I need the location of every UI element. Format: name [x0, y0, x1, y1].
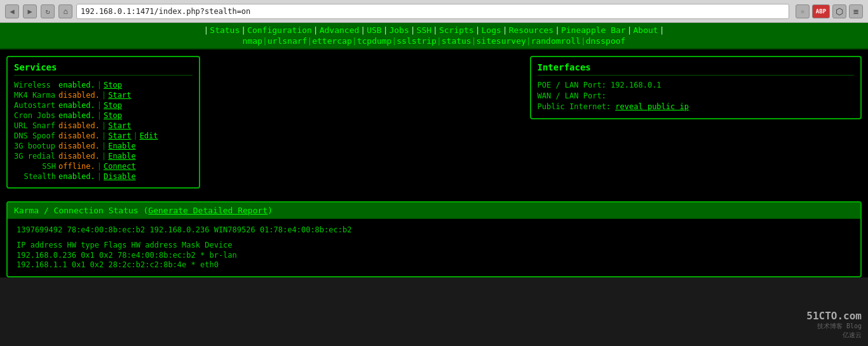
service-autostart-status: enabled. — [58, 101, 95, 110]
reveal-public-ip-link[interactable]: reveal public ip — [615, 102, 689, 111]
nav-ssh[interactable]: SSH — [417, 25, 431, 35]
nav-row-1: | Status | Configuration | Advanced | US… — [0, 25, 868, 35]
list-item: Autostart enabled. | Stop — [14, 101, 193, 110]
nav-resources[interactable]: Resources — [509, 25, 553, 35]
watermark: 51CTO.com 技术博客 Blog 亿速云 — [806, 310, 862, 340]
nav-sep-7: | — [475, 25, 480, 35]
wan-label: WAN / LAN Port: — [538, 91, 606, 100]
service-wireless-status: enabled. — [58, 81, 95, 90]
nav-urlsnarf[interactable]: urlsnarf — [268, 36, 308, 46]
page-content: | Status | Configuration | Advanced | US… — [0, 23, 868, 277]
dnsspoof-start-link[interactable]: Start — [108, 131, 131, 140]
service-ssh-status: offline. — [58, 162, 95, 171]
nav-sep-2: | — [313, 25, 318, 35]
list-item: SSH offline. | Connect — [14, 162, 193, 171]
spacer — [207, 56, 524, 189]
nav-jobs[interactable]: Jobs — [389, 25, 409, 35]
forward-button[interactable]: ▶ — [23, 4, 37, 18]
autostart-stop-link[interactable]: Stop — [104, 101, 122, 110]
abp-button[interactable]: ABP — [812, 4, 830, 18]
url-text: 192.168.0.1:1471/index.php?stealth=on — [81, 7, 250, 16]
interfaces-panel: Interfaces POE / LAN Port: 192.168.0.1 W… — [530, 56, 862, 119]
nav-sep-1: | — [241, 25, 246, 35]
service-wireless-name: Wireless — [14, 81, 58, 90]
browser-actions: ☆ ABP ⬡ ≡ — [796, 4, 863, 18]
karma-start-link[interactable]: Start — [108, 91, 131, 100]
nav-scripts[interactable]: Scripts — [439, 25, 474, 35]
generate-report-link[interactable]: Generate Detailed Report — [148, 206, 268, 215]
back-button[interactable]: ◀ — [5, 4, 19, 18]
nav-sep-8: | — [503, 25, 508, 35]
service-cronjobs-status: enabled. — [58, 111, 95, 120]
sep: | — [102, 142, 106, 150]
service-autostart-name: Autostart — [14, 101, 58, 110]
dnsspoof-edit-link[interactable]: Edit — [140, 131, 158, 140]
main-content: Services Wireless enabled. | Stop MK4 Ka… — [0, 50, 868, 195]
nav-nmap[interactable]: nmap — [243, 36, 262, 46]
sep: | — [97, 162, 102, 171]
nav-sep-r2-1: | — [262, 36, 268, 46]
ext-button[interactable]: ⬡ — [832, 4, 846, 18]
service-karma-status: disabled. — [58, 91, 100, 100]
url-bar[interactable]: 192.168.0.1:1471/index.php?stealth=on — [76, 4, 789, 19]
sep: | — [102, 152, 106, 161]
karma-box: Karma / Connection Status (Generate Deta… — [6, 201, 862, 277]
nav-advanced[interactable]: Advanced — [320, 25, 360, 35]
stealth-disable-link[interactable]: Disable — [104, 172, 136, 181]
home-button[interactable]: ⌂ — [58, 4, 72, 18]
list-item: 3G bootup disabled. | Enable — [14, 142, 193, 150]
nav-sep-3: | — [360, 25, 365, 35]
star-button[interactable]: ☆ — [796, 4, 810, 18]
cronjobs-stop-link[interactable]: Stop — [104, 111, 122, 120]
poe-lan-row: POE / LAN Port: 192.168.0.1 — [538, 81, 855, 90]
watermark-site: 51CTO.com — [806, 310, 862, 322]
sep: | — [102, 91, 106, 100]
nav-randomroll[interactable]: randomroll — [531, 36, 581, 46]
nav-status2[interactable]: status — [442, 36, 471, 46]
sep: | — [102, 121, 106, 130]
list-item: MK4 Karma disabled. | Start — [14, 91, 193, 100]
nav-pineapple-bar[interactable]: Pineapple Bar — [561, 25, 626, 35]
nav-ettercap[interactable]: ettercap — [312, 36, 352, 46]
reload-button[interactable]: ↻ — [41, 4, 55, 18]
nav-sep-10: | — [627, 25, 632, 35]
nav-sep-r2-8: | — [581, 36, 586, 46]
service-3gbootup-status: disabled. — [58, 142, 100, 150]
karma-title-text: Karma / Connection Status — [14, 206, 139, 215]
3gbootup-enable-link[interactable]: Enable — [108, 142, 135, 150]
nav-status[interactable]: Status — [210, 25, 240, 35]
nav-sep-r2-6: | — [471, 36, 477, 46]
karma-entry-line: 1397699492 78:e4:00:8b:ec:b2 192.168.0.2… — [17, 225, 851, 234]
nav-sep-5: | — [410, 25, 416, 35]
list-item: Wireless enabled. | Stop — [14, 81, 193, 90]
interfaces-title: Interfaces — [538, 62, 855, 76]
nav-sitesurvey[interactable]: sitesurvey — [477, 36, 526, 46]
service-dnsspoof-name: DNS Spoof — [14, 131, 58, 140]
sep: | — [97, 172, 102, 181]
list-item: 3G redial disabled. | Enable — [14, 152, 193, 161]
urlsnarf-start-link[interactable]: Start — [108, 121, 131, 130]
nav-sep-r2-2: | — [307, 36, 312, 46]
3gredial-enable-link[interactable]: Enable — [108, 152, 135, 161]
service-3gredial-status: disabled. — [58, 152, 100, 161]
nav-sep-r2-7: | — [526, 36, 531, 46]
service-urlsnarf-status: disabled. — [58, 121, 100, 130]
public-internet-row: Public Internet: reveal public ip — [538, 102, 855, 111]
ssh-connect-link[interactable]: Connect — [104, 162, 136, 171]
list-item: Stealth enabled. | Disable — [14, 172, 193, 181]
nav-dnsspoof[interactable]: dnsspoof — [586, 36, 626, 46]
nav-usb[interactable]: USB — [367, 25, 381, 35]
service-dnsspoof-status: disabled. — [58, 131, 100, 140]
nav-logs[interactable]: Logs — [482, 25, 501, 35]
nav-configuration[interactable]: Configuration — [247, 25, 312, 35]
nav-tcpdump[interactable]: tcpdump — [357, 36, 392, 46]
nav-sep-6: | — [433, 25, 438, 35]
nav-sep-r2-3: | — [352, 36, 357, 46]
karma-table-row: 192.168.0.236 0x1 0x2 78:e4:00:8b:ec:b2 … — [17, 251, 851, 260]
poe-label: POE / LAN Port: — [538, 81, 606, 90]
nav-sslstrip[interactable]: sslstrip — [397, 36, 437, 46]
sep: | — [97, 101, 102, 110]
menu-button[interactable]: ≡ — [849, 4, 863, 18]
wireless-stop-link[interactable]: Stop — [104, 81, 122, 90]
nav-about[interactable]: About — [634, 25, 658, 35]
